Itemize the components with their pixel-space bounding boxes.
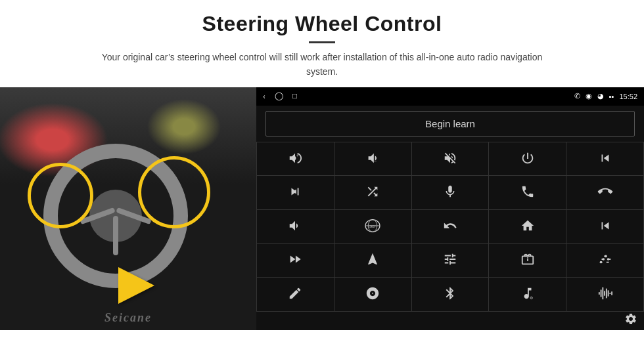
radio-icon	[520, 252, 535, 268]
svg-point-6	[599, 261, 602, 264]
status-bar: ‹ ◯ □ ✆ ◉ ◕ ▪▪ 15:52	[256, 87, 644, 106]
steering-wheel-hub	[89, 190, 142, 242]
power-button[interactable]	[489, 142, 566, 176]
svg-point-7	[602, 259, 605, 261]
bluetooth-icon	[443, 286, 457, 303]
header-section: Steering Wheel Control Your original car…	[0, 0, 644, 85]
status-right-area: ✆ ◉ ◕ ▪▪ 15:52	[574, 92, 637, 100]
svg-rect-17	[609, 293, 610, 294]
prev-track-icon	[598, 151, 612, 167]
music-settings-button[interactable]: ⚙	[489, 278, 566, 311]
undo-icon	[443, 219, 457, 235]
android-screen: ‹ ◯ □ ✆ ◉ ◕ ▪▪ 15:52 Begin learn	[256, 87, 644, 330]
home-nav-button[interactable]	[489, 210, 566, 243]
seicane-watermark: Seicane	[104, 311, 152, 325]
home-icon	[520, 219, 535, 235]
recents-nav-icon[interactable]: □	[292, 91, 297, 101]
begin-learn-container: Begin learn	[256, 106, 644, 142]
skip-back-button[interactable]	[566, 210, 643, 243]
phone-call-icon	[520, 184, 535, 201]
music-settings-icon: ⚙	[520, 286, 535, 303]
svg-rect-11	[599, 292, 600, 295]
pen-button[interactable]	[257, 278, 334, 311]
home-nav-icon[interactable]: ◯	[275, 91, 283, 101]
circle-highlight-left	[28, 163, 93, 228]
svg-point-8	[605, 255, 607, 258]
steering-wheel-image: Seicane	[0, 87, 256, 330]
mute-icon	[443, 151, 457, 167]
svg-rect-18	[611, 291, 612, 295]
arrow-shape	[118, 267, 154, 304]
next-track-icon	[288, 184, 302, 201]
equalizer-button[interactable]	[566, 244, 643, 278]
yellow-arrow	[118, 267, 154, 304]
phone-icon: ✆	[574, 92, 580, 100]
svg-text:+: +	[296, 152, 299, 158]
tune-icon	[443, 252, 457, 268]
next-track-button[interactable]	[257, 176, 334, 209]
waveform-button[interactable]	[566, 278, 643, 311]
bluetooth-button[interactable]	[412, 278, 489, 311]
begin-learn-button[interactable]: Begin learn	[265, 111, 635, 136]
svg-text:360°: 360°	[369, 224, 376, 228]
hang-up-icon	[598, 184, 612, 201]
svg-point-9	[607, 259, 609, 261]
radio-button[interactable]	[489, 244, 566, 278]
gear-area	[256, 312, 644, 330]
speaker-icon	[288, 219, 302, 235]
mic-button[interactable]	[412, 176, 489, 209]
subtitle: Your original car’s steering wheel contr…	[92, 50, 552, 79]
status-nav-icons: ‹ ◯ □	[263, 91, 297, 101]
back-button[interactable]	[412, 210, 489, 243]
speaker-button[interactable]	[257, 210, 334, 243]
power-icon	[520, 151, 535, 167]
shuffle-button[interactable]	[334, 176, 411, 209]
content-row: Seicane ‹ ◯ □ ✆ ◉ ◕ ▪▪ 15:52	[0, 87, 644, 330]
pen-icon	[288, 286, 302, 303]
mute-button[interactable]	[412, 142, 489, 176]
mic-icon	[443, 184, 457, 201]
wifi-icon: ◕	[597, 92, 604, 100]
title-divider	[309, 41, 335, 43]
volume-down-button[interactable]: −	[334, 142, 411, 176]
back-nav-icon[interactable]: ‹	[263, 91, 265, 101]
page-wrapper: Steering Wheel Control Your original car…	[0, 0, 644, 357]
prev-track-button[interactable]	[566, 142, 643, 176]
phone-call-button[interactable]	[489, 176, 566, 209]
signal-icon: ▪▪	[609, 93, 614, 100]
navigate-button[interactable]	[334, 244, 411, 278]
view360-button[interactable]: 360°	[334, 210, 411, 243]
spoke-bottom	[113, 216, 118, 255]
skip-back-icon	[598, 219, 612, 235]
fast-forward-icon	[288, 252, 302, 268]
navigate-icon	[365, 252, 380, 268]
time-display: 15:52	[619, 93, 637, 100]
volume-up-button[interactable]: +	[257, 142, 334, 176]
controls-grid: + −	[256, 142, 644, 312]
tune-button[interactable]	[412, 244, 489, 278]
volume-down-icon: −	[365, 151, 380, 167]
disc-icon	[365, 286, 380, 303]
equalizer-icon	[598, 252, 612, 268]
location-icon: ◉	[586, 92, 592, 100]
svg-rect-12	[600, 289, 601, 297]
circle-highlight-right	[138, 156, 210, 228]
shuffle-icon	[365, 184, 380, 201]
disc-button[interactable]	[334, 278, 411, 311]
svg-rect-15	[606, 289, 607, 299]
svg-rect-16	[607, 290, 609, 296]
svg-text:−: −	[374, 158, 377, 164]
hang-up-button[interactable]	[566, 176, 643, 209]
fast-forward-button[interactable]	[257, 244, 334, 278]
svg-text:⚙: ⚙	[530, 295, 533, 300]
settings-button[interactable]	[624, 312, 637, 329]
svg-rect-14	[604, 291, 605, 295]
volume-up-icon: +	[288, 151, 302, 167]
page-title: Steering Wheel Control	[39, 12, 605, 36]
svg-rect-13	[602, 287, 603, 299]
view360-icon: 360°	[364, 219, 381, 235]
waveform-icon	[598, 286, 612, 303]
